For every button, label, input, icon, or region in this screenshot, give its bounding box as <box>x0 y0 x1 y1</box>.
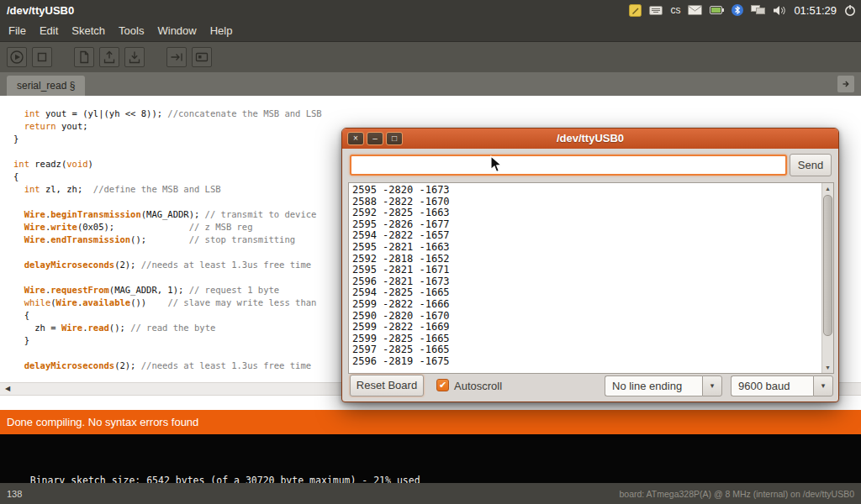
line-ending-select[interactable]: No line ending ▾ <box>605 375 722 396</box>
serial-monitor-controls: Reset Board ✔ Autoscroll No line ending … <box>342 372 838 402</box>
open-icon <box>101 49 118 66</box>
save-icon <box>126 49 143 66</box>
menubar: FileEditSketchToolsWindowHelp <box>0 20 861 42</box>
menu-item-window[interactable]: Window <box>151 20 203 41</box>
serial-line: 2596 -2819 -1675 <box>352 356 818 368</box>
serial-monitor-window: /dev/ttyUSB0 × – □ Send 2595 -2820 -1673… <box>341 128 839 402</box>
serial-line: 2596 -2821 -1673 <box>352 276 818 288</box>
serial-line: 2588 -2822 -1670 <box>352 197 818 208</box>
volume-icon[interactable] <box>774 5 786 16</box>
battery-icon[interactable] <box>710 6 724 14</box>
tab-serial-read[interactable]: serial_read § <box>7 76 85 96</box>
open-button[interactable] <box>99 47 119 67</box>
serial-line: 2592 -2825 -1663 <box>352 207 818 219</box>
chevron-down-icon[interactable]: ▾ <box>702 375 722 396</box>
serial-line: 2595 -2826 -1677 <box>352 219 818 231</box>
autoscroll-label: Autoscroll <box>454 380 502 392</box>
system-tray: cs 01:51:29 <box>629 4 861 17</box>
serial-line: 2595 -2820 -1673 <box>352 185 818 197</box>
serial-monitor-button[interactable] <box>192 47 212 67</box>
minimize-button[interactable]: – <box>367 132 383 145</box>
toolbar <box>0 42 861 72</box>
serial-scrollbar[interactable]: ▲ ▼ <box>821 183 833 373</box>
input-method-icon[interactable] <box>629 4 642 17</box>
stop-button[interactable] <box>32 47 52 67</box>
scrollbar-thumb[interactable] <box>823 195 832 336</box>
serial-line: 2592 -2818 -1652 <box>352 254 818 265</box>
ide-footer: 138 board: ATmega328P(A) @ 8 MHz (intern… <box>0 483 861 504</box>
serial-line: 2599 -2825 -1665 <box>352 333 818 345</box>
serial-line: 2594 -2825 -1665 <box>352 287 818 299</box>
menu-item-edit[interactable]: Edit <box>33 20 65 41</box>
check-icon: ✔ <box>439 380 446 390</box>
serial-output-wrap: 2595 -2820 -16732588 -2822 -16702592 -28… <box>348 182 834 374</box>
serial-line: 2595 -2821 -1663 <box>352 242 818 254</box>
tab-bar: serial_read § <box>0 72 861 96</box>
line-ending-value: No line ending <box>605 375 702 396</box>
serial-line: 2590 -2820 -1670 <box>352 311 818 323</box>
desktop: /dev/ttyUSB0 cs 01:51: <box>0 0 861 504</box>
new-file-icon <box>76 49 92 66</box>
window-title: /dev/ttyUSB0 <box>0 4 629 17</box>
session-menu-icon[interactable] <box>844 4 856 16</box>
serial-output[interactable]: 2595 -2820 -16732588 -2822 -16702592 -28… <box>349 183 821 373</box>
close-button[interactable]: × <box>347 132 364 145</box>
mail-icon[interactable] <box>688 5 702 15</box>
compile-status-message: Done compiling. No syntax errors found <box>7 416 198 428</box>
verify-icon <box>8 49 25 66</box>
keyboard-layout-indicator[interactable]: cs <box>670 4 680 16</box>
code-line: int yout = (yl|(yh << 8)); //concatenate… <box>13 108 861 120</box>
serial-monitor-title: /dev/ttyUSB0 <box>342 129 838 149</box>
maximize-button[interactable]: □ <box>386 132 403 145</box>
build-console: Binary sketch size: 6542 bytes (of a 307… <box>0 434 861 483</box>
line-number: 138 <box>7 489 22 499</box>
save-button[interactable] <box>124 47 145 67</box>
send-button[interactable]: Send <box>790 154 832 176</box>
baud-select[interactable]: 9600 baud ▾ <box>731 375 833 396</box>
serial-line: 2599 -2822 -1666 <box>352 299 818 311</box>
clock[interactable]: 01:51:29 <box>794 4 837 17</box>
new-tab-button[interactable] <box>837 76 854 92</box>
bluetooth-icon[interactable] <box>732 4 743 16</box>
menu-item-sketch[interactable]: Sketch <box>65 20 112 41</box>
menu-item-help[interactable]: Help <box>203 20 240 41</box>
autoscroll-checkbox[interactable]: ✔ <box>436 379 449 391</box>
baud-value: 9600 baud <box>731 375 813 396</box>
serial-monitor-icon <box>193 49 210 66</box>
serial-line: 2594 -2822 -1657 <box>352 230 818 242</box>
chevron-down-icon[interactable]: ▾ <box>813 375 833 396</box>
network-icon[interactable] <box>751 5 766 16</box>
verify-button[interactable] <box>7 47 27 67</box>
board-info: board: ATmega328P(A) @ 8 MHz (internal) … <box>619 489 854 499</box>
system-top-bar: /dev/ttyUSB0 cs 01:51: <box>0 0 861 20</box>
keyboard-icon[interactable] <box>649 6 663 15</box>
serial-line: 2597 -2825 -1665 <box>352 344 818 356</box>
serial-input[interactable] <box>350 155 787 176</box>
scroll-left-icon[interactable]: ◀ <box>0 382 15 396</box>
window-controls: × – □ <box>347 132 403 145</box>
menu-item-file[interactable]: File <box>2 20 33 41</box>
serial-line: 2595 -2821 -1671 <box>352 265 818 276</box>
serial-monitor-titlebar[interactable]: /dev/ttyUSB0 × – □ <box>342 129 838 149</box>
serial-line: 2599 -2822 -1669 <box>352 322 818 333</box>
compile-status-bar: Done compiling. No syntax errors found <box>0 410 861 434</box>
upload-button[interactable] <box>166 47 187 67</box>
new-tab-icon <box>841 79 851 89</box>
scroll-up-icon[interactable]: ▲ <box>822 183 833 194</box>
upload-icon <box>168 49 185 66</box>
stop-icon <box>34 49 50 66</box>
new-sketch-button[interactable] <box>74 47 94 67</box>
mouse-cursor <box>490 155 504 174</box>
menu-item-tools[interactable]: Tools <box>112 20 151 41</box>
reset-board-button[interactable]: Reset Board <box>350 375 424 396</box>
